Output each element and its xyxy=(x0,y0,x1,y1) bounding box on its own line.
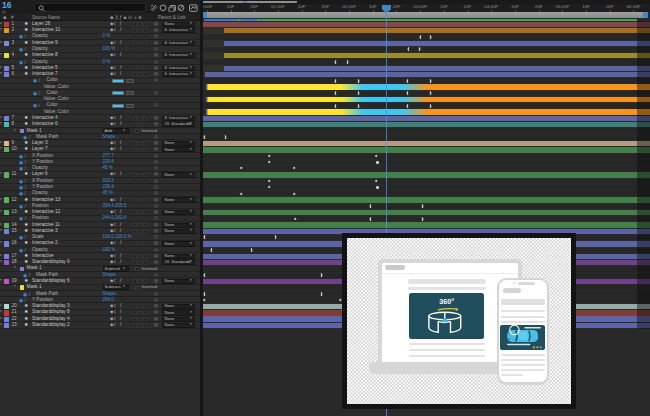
svg-text:360°: 360° xyxy=(439,297,454,306)
